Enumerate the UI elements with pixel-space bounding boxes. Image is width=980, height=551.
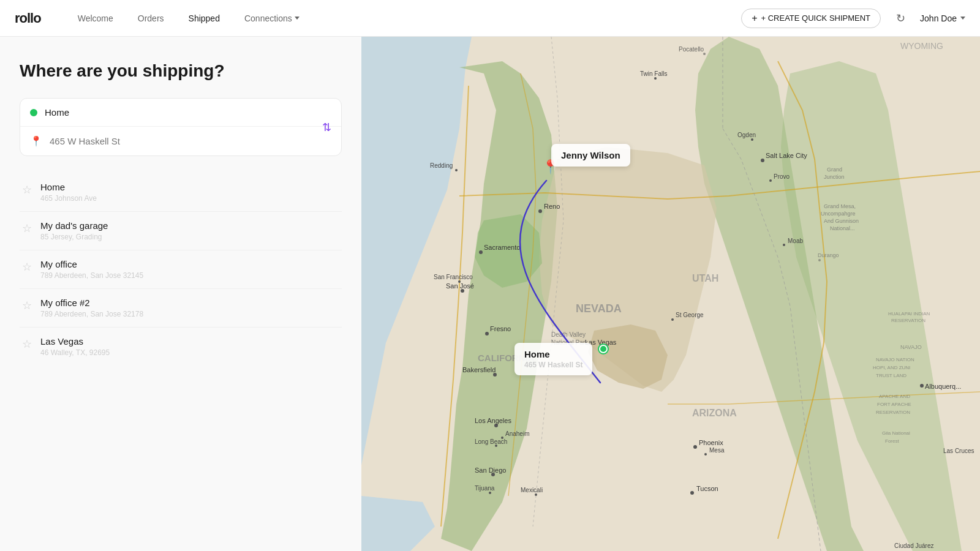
svg-text:Albuquerq...: Albuquerq...: [925, 383, 961, 390]
list-item[interactable]: ☆ My office #2 789 Aberdeen, San Jose 32…: [20, 289, 342, 328]
svg-point-20: [535, 493, 537, 496]
saved-addresses-list: ☆ Home 465 Johnson Ave ☆ My dad's garage…: [20, 173, 342, 365]
svg-text:Gila National: Gila National: [882, 430, 910, 436]
svg-point-30: [769, 179, 772, 182]
svg-text:WYOMING: WYOMING: [900, 41, 943, 51]
svg-text:ARIZONA: ARIZONA: [692, 408, 737, 418]
list-item[interactable]: ☆ My office 789 Aberdeen, San Jose 32145: [20, 250, 342, 289]
svg-text:Los Angeles: Los Angeles: [475, 417, 511, 424]
svg-text:Twin Falls: Twin Falls: [640, 70, 667, 77]
origin-dot-icon: [30, 109, 37, 116]
svg-text:Salt Lake City: Salt Lake City: [766, 152, 807, 159]
main-layout: Where are you shipping? 📍 ⇅ ☆ Home 465 J…: [0, 37, 980, 551]
nav-welcome[interactable]: Welcome: [78, 11, 113, 26]
svg-text:Long Beach: Long Beach: [475, 438, 507, 445]
destination-row: 📍: [20, 127, 341, 156]
svg-text:Mesa: Mesa: [709, 447, 725, 454]
chevron-down-icon: [295, 17, 300, 20]
svg-point-42: [783, 244, 785, 246]
svg-text:Bakersfield: Bakersfield: [462, 366, 496, 373]
svg-point-78: [455, 169, 458, 171]
svg-text:San Francisco: San Francisco: [434, 274, 473, 280]
left-panel: Where are you shipping? 📍 ⇅ ☆ Home 465 J…: [0, 37, 361, 551]
svg-text:Provo: Provo: [774, 173, 790, 180]
svg-text:NAVAJO: NAVAJO: [900, 344, 922, 350]
logo: rollo: [15, 10, 41, 26]
star-icon: ☆: [22, 337, 32, 351]
svg-text:RESERVATION: RESERVATION: [891, 318, 925, 323]
svg-point-53: [920, 384, 924, 388]
swap-button[interactable]: ⇅: [322, 121, 331, 134]
origin-input[interactable]: [45, 107, 331, 118]
svg-text:Fresno: Fresno: [490, 325, 511, 332]
svg-text:Junction: Junction: [824, 174, 845, 180]
svg-point-38: [654, 77, 657, 80]
plus-icon: +: [752, 13, 757, 23]
svg-text:Phoenix: Phoenix: [699, 439, 723, 446]
svg-text:Grand: Grand: [827, 167, 842, 173]
chevron-down-icon: [960, 17, 965, 20]
home-marker: [599, 345, 608, 353]
svg-text:Pocatello: Pocatello: [679, 46, 704, 53]
home-label: Home 465 W Haskell St: [514, 343, 592, 375]
svg-text:APACHE AND: APACHE AND: [879, 394, 910, 399]
map-panel: Sacramento San José Fresno Bakersfield L…: [361, 37, 980, 551]
svg-text:Redding: Redding: [430, 162, 453, 169]
svg-text:TRUST LAND: TRUST LAND: [876, 373, 907, 378]
header-right: + + CREATE QUICK SHIPMENT ↻ John Doe: [741, 9, 965, 28]
svg-point-28: [751, 138, 753, 141]
svg-text:San José: San José: [446, 282, 474, 290]
star-icon: ☆: [22, 183, 32, 197]
svg-text:HOPI, AND ZUNI: HOPI, AND ZUNI: [873, 365, 910, 370]
star-icon: ☆: [22, 260, 32, 274]
svg-text:RESERVATION: RESERVATION: [876, 410, 910, 415]
svg-text:National...: National...: [830, 225, 855, 231]
list-item[interactable]: ☆ Home 465 Johnson Ave: [20, 173, 342, 212]
list-item[interactable]: ☆ My dad's garage 85 Jersey, Grading: [20, 212, 342, 250]
origin-row: [20, 99, 341, 127]
svg-text:Forest: Forest: [885, 438, 899, 444]
svg-text:Grand Mesa,: Grand Mesa,: [824, 203, 856, 209]
svg-point-50: [458, 280, 461, 283]
svg-point-64: [818, 259, 821, 261]
jenny-label: Jenny Wilson: [551, 144, 630, 167]
svg-text:NAVAJO NATION: NAVAJO NATION: [876, 357, 914, 362]
nav-orders[interactable]: Orders: [138, 11, 164, 26]
svg-text:FORT APACHE: FORT APACHE: [877, 402, 911, 407]
svg-text:Reno: Reno: [544, 203, 560, 210]
svg-text:UTAH: UTAH: [692, 273, 718, 283]
svg-point-2: [479, 250, 483, 254]
svg-point-6: [485, 332, 489, 335]
destination-pin-icon: 📍: [30, 135, 42, 147]
page-title: Where are you shipping?: [20, 61, 342, 81]
svg-text:Uncompahgre: Uncompahgre: [821, 211, 856, 217]
svg-text:Death Valley: Death Valley: [551, 331, 586, 338]
nav: Welcome Orders Shipped Connections: [78, 11, 742, 26]
svg-point-76: [703, 53, 706, 55]
svg-text:Durango: Durango: [818, 252, 839, 258]
svg-point-18: [489, 492, 491, 494]
header: rollo Welcome Orders Shipped Connections…: [0, 0, 980, 37]
svg-text:NEVADA: NEVADA: [576, 302, 622, 315]
nav-connections[interactable]: Connections: [244, 11, 300, 26]
star-icon: ☆: [22, 299, 32, 312]
svg-text:Moab: Moab: [788, 238, 803, 244]
refresh-button[interactable]: ↻: [891, 9, 910, 28]
star-icon: ☆: [22, 222, 32, 235]
svg-text:HUALAPAI INDIAN: HUALAPAI INDIAN: [888, 311, 930, 317]
svg-text:Mexicali: Mexicali: [521, 487, 543, 493]
home-dot-icon: [599, 345, 608, 353]
svg-point-40: [671, 318, 674, 321]
create-shipment-button[interactable]: + + CREATE QUICK SHIPMENT: [741, 9, 881, 28]
nav-shipped[interactable]: Shipped: [189, 11, 220, 26]
user-menu[interactable]: John Doe: [920, 13, 965, 23]
map-svg: Sacramento San José Fresno Bakersfield L…: [361, 37, 980, 551]
svg-point-32: [693, 445, 697, 449]
list-item[interactable]: ☆ Las Vegas 46 Walley, TX, 92695: [20, 328, 342, 365]
svg-text:Tucson: Tucson: [696, 485, 718, 492]
svg-text:St George: St George: [676, 312, 704, 318]
svg-point-36: [690, 491, 694, 495]
svg-point-26: [761, 159, 764, 162]
destination-input[interactable]: [50, 136, 331, 146]
address-inputs-container: 📍 ⇅: [20, 98, 342, 156]
